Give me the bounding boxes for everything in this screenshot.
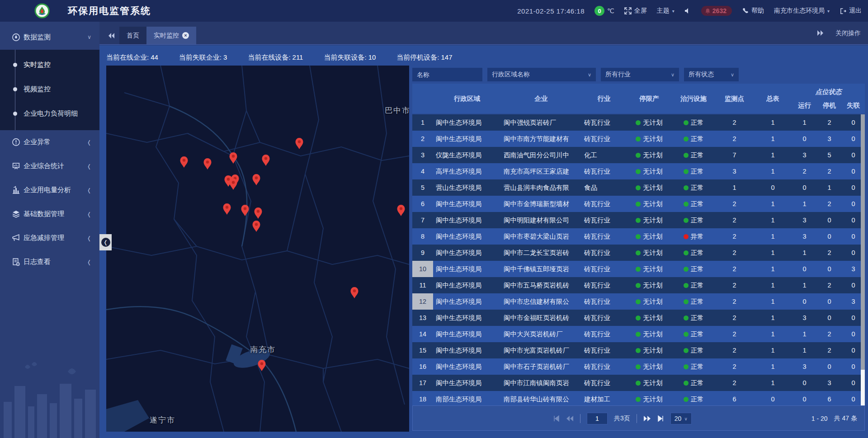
table-row[interactable]: 11阆中生态环境局阆中市五马桥页岩机砖砖瓦行业无计划正常21120 [412, 277, 865, 293]
sidebar-item-enterprise-stats[interactable]: 企业综合统计❬ [0, 154, 99, 178]
cell-company: 阆中市忠信建材有限公 [501, 293, 581, 310]
status-dot-icon [636, 397, 641, 402]
status-dot-icon [684, 267, 689, 272]
help-button[interactable]: 帮助 [742, 7, 764, 15]
stat-label: 当前失联设备: [324, 53, 366, 61]
table-row[interactable]: 16阆中生态环境局阆中市石子页岩机砖厂砖瓦行业无计划正常21300 [412, 358, 865, 375]
stop-limit-text: 无计划 [643, 167, 663, 176]
table-row[interactable]: 4高坪生态环境局南充市高坪区王家店建砖瓦行业无计划正常31220 [412, 163, 865, 179]
table-row[interactable]: 10阆中生态环境局阆中千佛镇五郎垭页岩砖瓦行业无计划正常21003 [412, 261, 865, 277]
cell-halt: 2 [817, 196, 842, 212]
facility-text: 正常 [691, 297, 704, 306]
sidebar-subitem-实时监控[interactable]: 实时监控 [0, 52, 99, 77]
map-panel[interactable]: 巴中市南充市遂宁市 [106, 66, 409, 432]
map-pin-icon[interactable] [350, 287, 359, 299]
map-collapse-button[interactable]: ❬ [99, 234, 112, 250]
map-pin-icon[interactable] [252, 220, 261, 232]
layers-icon [12, 210, 20, 218]
table-row[interactable]: 2阆中生态环境局阆中市南方节能建材有砖瓦行业无计划正常21030 [412, 131, 865, 147]
table-row[interactable]: 7阆中生态环境局阆中明阳建材有限公司砖瓦行业无计划正常21300 [412, 212, 865, 228]
stat-label: 当前在线企业: [106, 53, 149, 61]
map-pin-icon[interactable] [257, 359, 266, 372]
theme-menu[interactable]: 主题▾ [657, 7, 675, 15]
table-row[interactable]: 12阆中生态环境局阆中市忠信建材有限公砖瓦行业无计划正常21003 [412, 293, 865, 310]
sound-toggle[interactable] [684, 8, 691, 14]
sidebar-item-enterprise-abnormal[interactable]: 企业异常❬ [0, 130, 99, 154]
table-row[interactable]: 17阆中生态环境局阆中市江南镇阆南页岩砖瓦行业无计划正常21030 [412, 375, 865, 391]
tab-close-icon[interactable]: × [182, 32, 189, 39]
sidebar-subitem-视频监控[interactable]: 视频监控 [0, 77, 99, 101]
map-pin-icon[interactable] [261, 154, 270, 166]
table-row[interactable]: 15阆中生态环境局阆中市光富页岩机砖厂砖瓦行业无计划正常21120 [412, 342, 865, 358]
cell-industry: 砖瓦行业 [581, 293, 627, 310]
cell-facility: 正常 [672, 131, 715, 147]
map-pin-icon[interactable] [179, 156, 189, 168]
cell-meters: 1 [754, 131, 792, 147]
cell-stop-limit: 无计划 [627, 131, 672, 147]
status-dot-icon [636, 316, 641, 320]
sidebar-item-power-analysis[interactable]: 企业用电量分析❬ [0, 178, 99, 202]
cell-org: 阆中生态环境局 [433, 196, 501, 212]
next-page-button[interactable] [643, 415, 651, 422]
tabs-scroll-left-button[interactable] [105, 27, 118, 44]
last-page-button[interactable] [657, 415, 664, 422]
sidebar-item-base-data[interactable]: 基础数据管理❬ [0, 202, 99, 226]
page-size-select[interactable]: 20 ∨ [670, 413, 692, 424]
sidebar-subitem-企业电力负荷明细[interactable]: 企业电力负荷明细 [0, 101, 99, 126]
table-row[interactable]: 8阆中生态环境局阆中市枣碧大梁山页岩砖瓦行业无计划异常21300 [412, 228, 865, 245]
chevron-down-icon: ∨ [671, 72, 675, 78]
map-pin-icon[interactable] [396, 204, 406, 217]
map-pin-icon[interactable] [254, 207, 263, 219]
page-number-input[interactable] [587, 413, 608, 424]
sidebar-item-label: 基础数据管理 [24, 210, 64, 218]
region-filter-select[interactable]: 行政区域名称 ∨ [487, 68, 596, 81]
cell-company: 阆中市南方节能建材有 [501, 131, 581, 147]
table-scrollbar[interactable] [861, 114, 865, 405]
table-row[interactable]: 18南部生态环境局南部县砖华山砖有限公建材加工无计划正常60060 [412, 391, 865, 405]
fullscreen-button[interactable]: 全屏 [624, 7, 647, 15]
status-dot-icon [636, 234, 641, 239]
logout-button[interactable]: 退出 [840, 7, 862, 15]
cell-industry: 食品 [581, 179, 627, 196]
name-filter-input[interactable] [417, 71, 478, 78]
table-row[interactable]: 13阆中生态环境局阆中市金福旺页岩机砖砖瓦行业无计划正常21300 [412, 310, 865, 326]
prev-page-button[interactable] [566, 415, 574, 422]
map-pin-icon[interactable] [229, 178, 238, 190]
first-page-button[interactable] [553, 415, 560, 422]
datetime: 2021-02-25 17:46:18 [517, 7, 585, 15]
map-pin-icon[interactable] [203, 158, 212, 170]
tab-home[interactable]: 首页 [119, 27, 146, 44]
cell-industry: 砖瓦行业 [581, 212, 627, 228]
cell-company: 阆中市二龙长宝页岩砖 [501, 245, 581, 261]
table-row[interactable]: 1阆中生态环境局阆中强锐页岩砖厂砖瓦行业无计划正常21120 [412, 114, 865, 131]
map-pin-icon[interactable] [252, 174, 261, 186]
sidebar-item-data-monitor[interactable]: 数据监测∨ [0, 24, 99, 50]
tabs-scroll-right-button[interactable] [816, 30, 824, 38]
scrollbar-thumb[interactable] [861, 114, 865, 370]
cell-meters: 1 [754, 196, 792, 212]
facility-text: 正常 [691, 151, 704, 160]
table-row[interactable]: 9阆中生态环境局阆中市二龙长宝页岩砖砖瓦行业无计划正常21120 [412, 245, 865, 261]
map-pin-icon[interactable] [222, 203, 231, 215]
sidebar-item-emergency[interactable]: 应急减排管理❬ [0, 226, 99, 250]
stat-label: 当前停机设备: [396, 53, 439, 61]
table-row[interactable]: 3仪陇生态环境局西南油气田分公司川中化工无计划正常71350 [412, 147, 865, 163]
notification-pill[interactable]: 2632 [701, 6, 732, 16]
map-pin-icon[interactable] [241, 204, 250, 217]
name-filter[interactable] [412, 68, 482, 81]
tab-realtime-monitor[interactable]: 实时监控 × [146, 27, 196, 44]
close-operations-button[interactable]: 关闭操作 [835, 29, 861, 38]
industry-filter-select[interactable]: 所有行业 ∨ [601, 68, 679, 81]
cell-facility: 正常 [672, 358, 715, 375]
map-pin-icon[interactable] [295, 137, 304, 150]
status-dot-icon [636, 332, 641, 337]
sidebar-item-logs[interactable]: 日志查看❬ [0, 250, 99, 274]
org-menu[interactable]: 南充市生态环境局▾ [774, 7, 830, 15]
table-row[interactable]: 14阆中生态环境局阆中大兴页岩机砖厂砖瓦行业无计划正常21120 [412, 326, 865, 342]
cell-meters: 1 [754, 375, 792, 391]
map-pin-icon[interactable] [229, 152, 238, 164]
table-row[interactable]: 6阆中生态环境局阆中市金博瑞新型墙材砖瓦行业无计划正常21120 [412, 196, 865, 212]
status-filter-select[interactable]: 所有状态 ∨ [684, 68, 739, 81]
table-row[interactable]: 5营山生态环境局营山县润丰肉食品有限食品无计划正常10010 [412, 179, 865, 196]
facility-text: 正常 [691, 395, 704, 404]
